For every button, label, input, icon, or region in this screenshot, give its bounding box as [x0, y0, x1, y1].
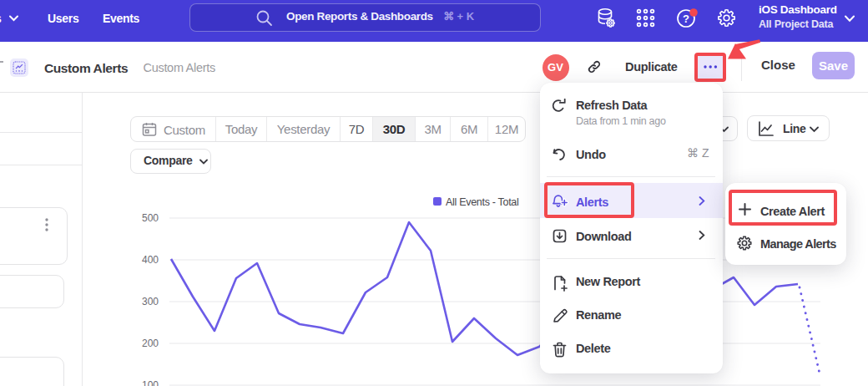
- svg-text:200: 200: [142, 338, 159, 349]
- svg-text:300: 300: [142, 296, 159, 307]
- svg-text:400: 400: [142, 254, 159, 266]
- svg-text:?: ?: [683, 13, 689, 25]
- svg-text:500: 500: [142, 212, 159, 224]
- svg-text:All Events - Total: All Events - Total: [446, 196, 518, 208]
- svg-text:100: 100: [142, 379, 159, 386]
